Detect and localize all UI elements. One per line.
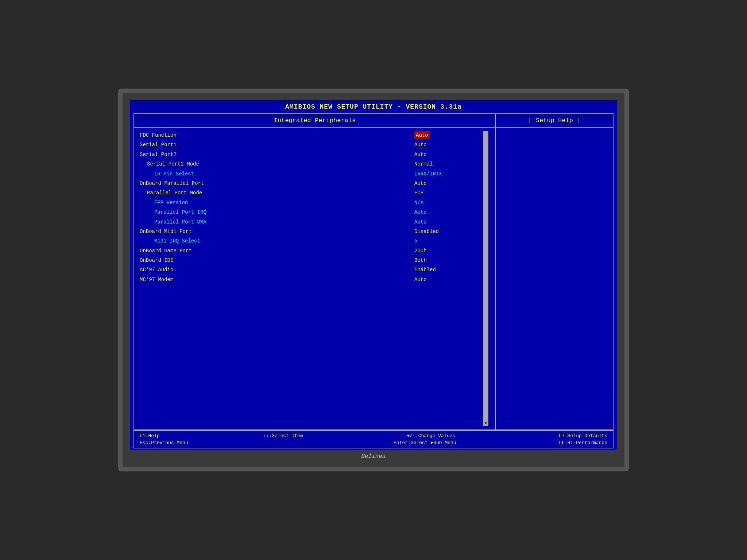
- monitor-brand: Belinea: [361, 453, 386, 460]
- item-value-7[interactable]: N/A: [414, 199, 423, 207]
- bios-title: AMIBIOS NEW SETUP UTILITY - VERSION 3.31…: [130, 100, 617, 113]
- item-value-10[interactable]: Disabled: [414, 228, 439, 236]
- item-value-9[interactable]: Auto: [414, 218, 427, 226]
- item-value-6[interactable]: ECP: [414, 189, 423, 197]
- item-label-10[interactable]: OnBoard Midi Port: [140, 228, 414, 236]
- right-panel: [ Setup Help ]: [496, 114, 613, 429]
- item-value-11[interactable]: 5: [414, 237, 417, 245]
- item-label-11[interactable]: Midi IRQ Select: [140, 237, 414, 245]
- item-value-12[interactable]: 200h: [414, 247, 427, 255]
- item-label-6[interactable]: Parallel Port Mode: [140, 189, 414, 197]
- left-panel-header: Integrated Peripherals: [134, 114, 495, 128]
- item-label-2[interactable]: Serial Port2: [140, 151, 414, 159]
- scrollbar-arrow-down[interactable]: ▼: [483, 421, 488, 426]
- item-label-13[interactable]: OnBoard IDE: [140, 256, 414, 264]
- item-label-14[interactable]: AC'97 Audio: [140, 266, 414, 274]
- item-label-5[interactable]: OnBoard Parallel Port: [140, 179, 414, 187]
- footer-row-1: F1:Help ↑↓:Select Item +/-:Change Values…: [140, 433, 607, 439]
- item-label-3[interactable]: Serial Port2 Mode: [140, 160, 414, 168]
- item-value-4[interactable]: IRRX/IRTX: [414, 170, 442, 178]
- footer-enter-select: Enter:Select ►Sub-Menu: [394, 440, 456, 446]
- footer-hi-performance: F6:Hi-Performance: [559, 440, 607, 446]
- left-panel: Integrated Peripherals FDC FunctionSeria…: [134, 114, 496, 429]
- item-value-14[interactable]: Enabled: [414, 266, 436, 274]
- item-value-15[interactable]: Auto: [414, 276, 427, 284]
- item-value-8[interactable]: Auto: [414, 208, 427, 216]
- item-label-4[interactable]: IR Pin Select: [140, 170, 414, 178]
- item-value-3[interactable]: Normal: [414, 160, 433, 168]
- scrollbar[interactable]: ▼: [482, 131, 490, 426]
- item-label-12[interactable]: OnBoard Game Port: [140, 247, 414, 255]
- item-value-1[interactable]: Auto: [414, 141, 427, 149]
- item-label-1[interactable]: Serial Port1: [140, 141, 414, 149]
- help-content: [496, 128, 613, 429]
- footer-setup-defaults: F7:Setup Defaults: [559, 433, 607, 439]
- monitor: AMIBIOS NEW SETUP UTILITY - VERSION 3.31…: [118, 89, 629, 471]
- items-container: FDC FunctionSerial Port1Serial Port2Seri…: [134, 128, 495, 429]
- footer: F1:Help ↑↓:Select Item +/-:Change Values…: [133, 430, 614, 448]
- main-content: Integrated Peripherals FDC FunctionSeria…: [133, 113, 614, 430]
- footer-esc-prev: Esc:Previous Menu: [140, 440, 188, 446]
- labels-column: FDC FunctionSerial Port1Serial Port2Seri…: [140, 131, 414, 426]
- values-column: AutoAutoAutoNormalIRRX/IRTXAutoECPN/AAut…: [414, 131, 480, 426]
- bios-screen: AMIBIOS NEW SETUP UTILITY - VERSION 3.31…: [130, 100, 617, 450]
- scrollbar-track: ▼: [483, 131, 488, 426]
- item-value-2[interactable]: Auto: [414, 151, 427, 159]
- item-label-0[interactable]: FDC Function: [140, 131, 414, 139]
- item-value-0[interactable]: Auto: [414, 131, 430, 139]
- footer-select-item: ↑↓:Select Item: [263, 433, 303, 439]
- footer-change-values: +/-:Change Values: [407, 433, 455, 439]
- help-header: [ Setup Help ]: [496, 114, 613, 128]
- footer-row-2: Esc:Previous Menu Enter:Select ►Sub-Menu…: [140, 440, 607, 446]
- item-label-7[interactable]: EPP Version: [140, 199, 414, 207]
- item-label-8[interactable]: Parallel Port IRQ: [140, 208, 414, 216]
- footer-f1-help: F1:Help: [140, 433, 160, 439]
- item-label-9[interactable]: Parallel Port DMA: [140, 218, 414, 226]
- item-value-13[interactable]: Both: [414, 256, 427, 264]
- item-label-15[interactable]: MC'97 Modem: [140, 276, 414, 284]
- item-value-5[interactable]: Auto: [414, 179, 427, 187]
